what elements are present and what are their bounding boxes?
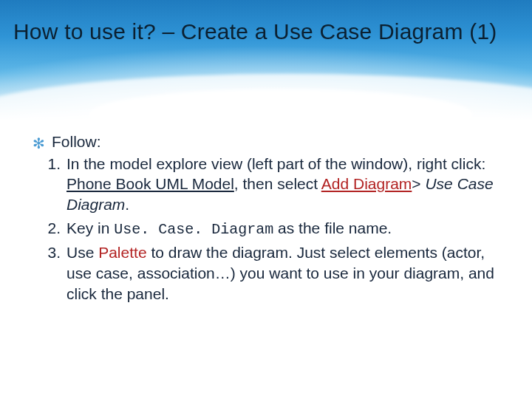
step-1-gt: > <box>412 175 425 192</box>
step-2-post: as the file name. <box>273 219 392 236</box>
step-3-pre: Use <box>66 244 98 261</box>
slide-title: How to use it? – Create a Use Case Diagr… <box>13 19 497 44</box>
step-1-model-name: Phone Book UML Model <box>66 175 234 192</box>
step-1-pre: In the model explore view (left part of … <box>66 155 485 172</box>
lead-text: Follow: <box>52 133 101 150</box>
step-2: Key in Use. Case. Diagram as the file na… <box>53 218 501 239</box>
slide: How to use it? – Create a Use Case Diagr… <box>0 0 532 399</box>
step-1-add-diagram: Add Diagram <box>321 175 412 192</box>
step-1: In the model explore view (left part of … <box>53 154 501 215</box>
bullet-star-icon: ✻ <box>33 134 45 153</box>
step-3-palette: Palette <box>98 244 146 261</box>
step-1-post: . <box>125 196 129 213</box>
steps-list: In the model explore view (left part of … <box>31 154 501 304</box>
step-3: Use Palette to draw the diagram. Just se… <box>53 242 501 304</box>
slide-body: ✻ Follow: In the model explore view (lef… <box>31 132 501 307</box>
lead-line: ✻ Follow: <box>31 132 501 152</box>
step-2-pre: Key in <box>66 219 114 236</box>
step-1-mid1: , then select <box>234 175 321 192</box>
step-2-filename: Use. Case. Diagram <box>114 221 273 238</box>
